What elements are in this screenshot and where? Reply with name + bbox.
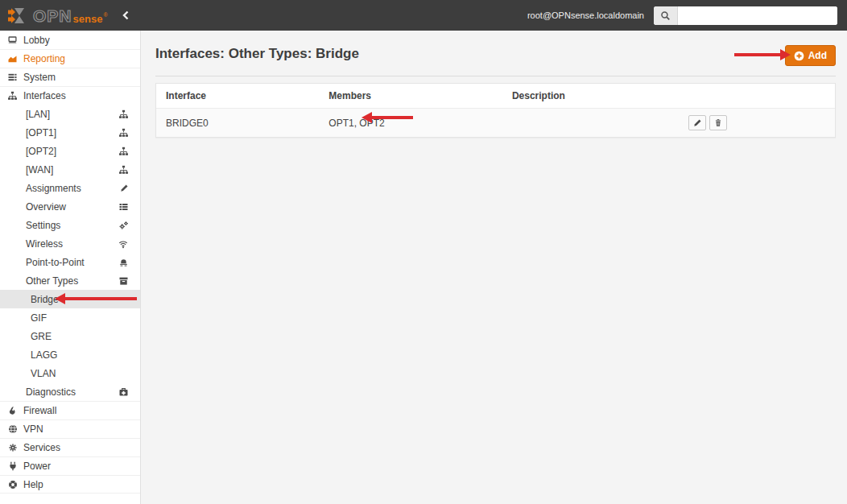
tasks-icon bbox=[6, 72, 19, 82]
sidebar-item-overview[interactable]: Overview bbox=[0, 197, 140, 216]
sidebar-item-reporting[interactable]: Reporting bbox=[0, 49, 140, 68]
sidebar-item-label: LAGG bbox=[31, 349, 57, 361]
modem-icon bbox=[118, 258, 129, 267]
plug-icon bbox=[6, 461, 19, 471]
sidebar-item-diagnostics[interactable]: Diagnostics bbox=[0, 382, 140, 401]
bridge-table: InterfaceMembersDescription BRIDGE0OPT1,… bbox=[156, 84, 835, 137]
members-cell: OPT1, OPT2 bbox=[319, 109, 502, 138]
globe-icon bbox=[6, 424, 19, 434]
delete-button[interactable] bbox=[709, 115, 727, 130]
sidebar-item-vpn[interactable]: VPN bbox=[0, 419, 140, 438]
search-input[interactable] bbox=[678, 6, 837, 25]
life-ring-icon bbox=[6, 480, 19, 490]
sidebar-item-settings[interactable]: Settings bbox=[0, 216, 140, 234]
title-divider bbox=[155, 76, 836, 76]
sidebar-item-label: [OPT2] bbox=[26, 146, 56, 157]
sidebar-item-assignments[interactable]: Assignments bbox=[0, 179, 140, 197]
sidebar-item-system[interactable]: System bbox=[0, 68, 140, 86]
sidebar-item-label: Firewall bbox=[23, 405, 56, 416]
sidebar-item-interfaces[interactable]: Interfaces bbox=[0, 86, 140, 105]
fire-icon bbox=[6, 406, 19, 415]
sidebar-item-label: Power bbox=[23, 461, 51, 472]
plus-circle-icon bbox=[794, 51, 804, 61]
sidebar-item-opt1[interactable]: [OPT1] bbox=[0, 123, 140, 142]
sidebar-item-power[interactable]: Power bbox=[0, 456, 140, 475]
sidebar-item-firewall[interactable]: Firewall bbox=[0, 401, 140, 419]
gears-icon bbox=[118, 221, 129, 230]
sidebar-item-label: [LAN] bbox=[26, 109, 50, 120]
table-row: BRIDGE0OPT1, OPT2 bbox=[156, 109, 835, 138]
archive-icon bbox=[118, 276, 129, 286]
sidebar-item-services[interactable]: Services bbox=[0, 438, 140, 456]
global-search bbox=[654, 6, 837, 25]
sidebar-item-label: Settings bbox=[26, 220, 60, 231]
add-button[interactable]: Add bbox=[785, 45, 836, 66]
sidebar-item-help[interactable]: Help bbox=[0, 475, 140, 494]
sidebar-item-lan[interactable]: [LAN] bbox=[0, 105, 140, 123]
table-header-row: InterfaceMembersDescription bbox=[156, 84, 835, 109]
desktop-icon bbox=[6, 35, 19, 45]
brand-text-sense: sense bbox=[73, 13, 103, 25]
sidebar-item-other-types[interactable]: Other Types bbox=[0, 271, 140, 290]
brand-text-opn: OPN bbox=[33, 7, 72, 24]
sidebar-item-label: Assignments bbox=[26, 183, 81, 194]
sidebar-item-bridge[interactable]: Bridge bbox=[0, 290, 140, 308]
sidebar-item-vlan[interactable]: VLAN bbox=[0, 364, 140, 382]
column-header-interface[interactable]: Interface bbox=[156, 84, 319, 109]
opnsense-logo-icon bbox=[7, 6, 29, 26]
wifi-icon bbox=[118, 239, 129, 249]
top-bar-right: root@OPNsense.localdomain bbox=[527, 6, 847, 25]
th-list-icon bbox=[118, 202, 129, 212]
area-chart-icon bbox=[6, 54, 19, 64]
sidebar-item-gif[interactable]: GIF bbox=[0, 308, 140, 327]
trash-icon bbox=[714, 118, 722, 127]
sidebar-item-wan[interactable]: [WAN] bbox=[0, 160, 140, 179]
column-header-members[interactable]: Members bbox=[319, 84, 502, 109]
sidebar-item-label: Help bbox=[23, 479, 43, 490]
sidebar-item-label: Interfaces bbox=[23, 90, 66, 101]
sidebar-item-label: Overview bbox=[26, 201, 66, 213]
sidebar-item-label: VLAN bbox=[31, 368, 56, 379]
sidebar-item-label: GRE bbox=[31, 331, 52, 342]
sidebar-item-label: Bridge bbox=[31, 294, 59, 305]
sidebar-item-lobby[interactable]: Lobby bbox=[0, 31, 140, 49]
gear-icon bbox=[6, 443, 19, 452]
sitemap-icon bbox=[118, 147, 129, 156]
pencil-icon bbox=[120, 184, 129, 192]
pencil-icon bbox=[693, 118, 702, 127]
edit-button[interactable] bbox=[688, 115, 706, 130]
top-bar: OPN sense ® root@OPNsense.localdomain bbox=[0, 0, 847, 31]
sidebar-item-opt2[interactable]: [OPT2] bbox=[0, 142, 140, 160]
medkit-icon bbox=[118, 387, 129, 397]
sidebar-item-gre[interactable]: GRE bbox=[0, 327, 140, 345]
logged-in-user: root@OPNsense.localdomain bbox=[527, 10, 644, 20]
sidebar-item-lagg[interactable]: LAGG bbox=[0, 345, 140, 364]
sitemap-icon bbox=[118, 109, 129, 119]
opnsense-logo[interactable]: OPN sense ® bbox=[0, 6, 108, 26]
interface-cell: BRIDGE0 bbox=[156, 109, 319, 138]
bridge-table-panel: InterfaceMembersDescription BRIDGE0OPT1,… bbox=[155, 83, 836, 138]
sidebar-item-label: Reporting bbox=[23, 53, 65, 64]
sidebar-item-label: [WAN] bbox=[26, 164, 53, 176]
description-cell bbox=[502, 109, 679, 138]
sidebar-item-label: GIF bbox=[31, 312, 47, 324]
search-icon bbox=[654, 6, 678, 25]
sidebar-item-label: Lobby bbox=[23, 35, 50, 46]
sidebar-item-label: [OPT1] bbox=[26, 127, 56, 138]
page-title: Interfaces: Other Types: Bridge bbox=[155, 46, 836, 62]
sidebar: LobbyReportingSystemInterfaces[LAN][OPT1… bbox=[0, 31, 141, 504]
add-button-label: Add bbox=[808, 50, 827, 61]
sidebar-item-label: Services bbox=[23, 442, 60, 453]
registered-mark: ® bbox=[103, 12, 107, 18]
sidebar-item-label: Other Types bbox=[26, 275, 78, 287]
sidebar-item-label: System bbox=[23, 72, 56, 83]
sitemap-icon bbox=[6, 91, 19, 101]
sitemap-icon bbox=[118, 128, 129, 138]
sidebar-item-wireless[interactable]: Wireless bbox=[0, 234, 140, 253]
sitemap-icon bbox=[118, 165, 129, 175]
sidebar-item-label: VPN bbox=[23, 423, 43, 435]
sidebar-item-label: Wireless bbox=[26, 238, 63, 250]
sidebar-item-point-to-point[interactable]: Point-to-Point bbox=[0, 253, 140, 271]
column-header-description[interactable]: Description bbox=[502, 84, 679, 109]
sidebar-collapse-chevron-left-icon[interactable] bbox=[121, 10, 130, 21]
